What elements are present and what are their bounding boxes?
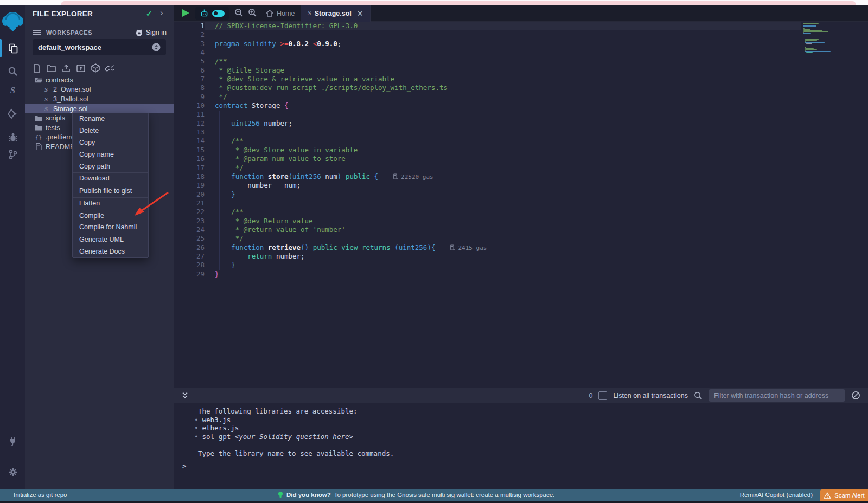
- file-type-icon: S: [42, 96, 50, 102]
- code-line-5: /**: [215, 57, 487, 66]
- code-line-23: * @dev Return value: [215, 217, 487, 225]
- code-line-26: function retrieve() public view returns …: [215, 243, 487, 252]
- code-line-16: * @param num value to store: [215, 154, 487, 163]
- file-name-label: scripts: [46, 114, 65, 122]
- file-explorer-toolbar: [32, 63, 114, 73]
- close-tab-icon[interactable]: ✕: [357, 9, 363, 18]
- sidebar-item-debugger[interactable]: [0, 127, 25, 147]
- deploy-run-icon: [7, 108, 18, 119]
- panel-check-icon[interactable]: ✓: [146, 9, 152, 18]
- line-number-gutter: 1234567891011121314151617181920212223242…: [174, 22, 205, 279]
- terminal-search-icon[interactable]: [694, 391, 703, 400]
- warning-icon: [824, 492, 831, 499]
- tab-storage-sol[interactable]: S Storage.sol ✕: [301, 5, 371, 22]
- code-content: // SPDX-License-Identifier: GPL-3.0 prag…: [215, 22, 487, 279]
- panel-chevron-icon[interactable]: ›: [160, 8, 163, 18]
- code-editor[interactable]: 1234567891011121314151617181920212223242…: [174, 22, 868, 388]
- context-menu-item-copy-name[interactable]: Copy name: [73, 149, 148, 161]
- sidebar-item-file-explorer[interactable]: [0, 38, 25, 58]
- solidity-file-icon: S: [308, 9, 311, 17]
- listen-all-label: Listen on all transactions: [613, 392, 688, 399]
- sidebar-item-plugin-manager[interactable]: [0, 431, 25, 450]
- clear-console-icon[interactable]: [851, 391, 860, 400]
- code-line-12: uint256 number;: [215, 119, 487, 128]
- file-name-label: Storage.sol: [53, 105, 87, 113]
- upload-folder-icon[interactable]: [76, 63, 85, 73]
- context-menu-item-copy[interactable]: Copy: [73, 137, 148, 149]
- git-init-button[interactable]: Initialize as git repo: [14, 492, 67, 498]
- context-menu-item-delete[interactable]: Delete: [73, 125, 148, 137]
- upload-file-icon[interactable]: [61, 63, 71, 73]
- file-tree-item-2-owner-sol[interactable]: S2_Owner.sol: [25, 85, 174, 95]
- code-line-21: [215, 199, 487, 208]
- folder-icon: [35, 125, 42, 131]
- select-caret-icon: [152, 43, 161, 51]
- terminal-line: ethers.js: [174, 424, 868, 433]
- code-line-2: [215, 30, 487, 39]
- copilot-status[interactable]: RemixAI Copilot (enabled): [740, 492, 813, 498]
- zoom-in-icon[interactable]: [248, 8, 257, 17]
- sign-in-button[interactable]: Sign in: [135, 29, 167, 36]
- tab-home-label: Home: [277, 10, 295, 17]
- sidebar-item-search[interactable]: [0, 61, 25, 81]
- terminal-link-web3-js[interactable]: web3.js: [202, 416, 231, 424]
- transaction-filter-input[interactable]: [709, 389, 845, 402]
- tip-title: Did you know?: [286, 492, 331, 498]
- context-menu-item-compile-for-nahmii[interactable]: Compile for Nahmii: [73, 222, 148, 234]
- remix-ide-window: S: [0, 0, 868, 503]
- terminal-expand-icon[interactable]: [181, 391, 189, 399]
- browser-tab-pill: [61, 1, 856, 5]
- run-script-button[interactable]: [182, 9, 189, 17]
- did-you-know-tip: Did you know? To prototype using the Gno…: [278, 491, 554, 499]
- robot-ai-icon[interactable]: [200, 9, 209, 18]
- sidebar-item-deploy-run[interactable]: [0, 104, 25, 124]
- code-line-6: * @title Storage: [215, 66, 487, 75]
- file-name-label: 3_Ballot.sol: [53, 95, 88, 103]
- zoom-out-icon[interactable]: [234, 8, 244, 17]
- code-line-22: /**: [215, 208, 487, 216]
- new-file-icon[interactable]: [32, 63, 41, 73]
- context-menu-item-rename[interactable]: Rename: [73, 113, 148, 125]
- code-line-27: return number;: [215, 252, 487, 261]
- minimap-border: [801, 22, 801, 388]
- workspaces-menu-icon[interactable]: [33, 29, 41, 36]
- code-line-24: * @return value of 'number': [215, 225, 487, 234]
- context-menu-item-generate-uml[interactable]: Generate UML: [73, 234, 148, 246]
- code-line-7: * @dev Store & retrieve value in a varia…: [215, 75, 487, 83]
- workspace-selected-value: default_workspace: [38, 43, 101, 51]
- file-name-label: 2_Owner.sol: [53, 86, 91, 93]
- remix-logo-icon[interactable]: [2, 9, 24, 33]
- browser-top-strip: [0, 0, 868, 5]
- tip-text: To prototype using the Gnosis safe multi…: [334, 492, 555, 498]
- code-line-1: // SPDX-License-Identifier: GPL-3.0: [215, 22, 487, 30]
- terminal-line: Type the library name to see available c…: [174, 449, 868, 458]
- context-menu-item-generate-docs[interactable]: Generate Docs: [73, 246, 148, 258]
- workspace-select[interactable]: default_workspace: [33, 39, 166, 55]
- terminal-output[interactable]: The following libraries are accessible:w…: [174, 403, 868, 489]
- file-explorer-icon: [8, 43, 18, 54]
- file-tree-item-3-ballot-sol[interactable]: S3_Ballot.sol: [25, 94, 174, 104]
- scam-alert-badge[interactable]: Scam Alert: [820, 489, 868, 501]
- sidebar-item-settings[interactable]: [0, 462, 25, 482]
- terminal-line: [174, 441, 868, 449]
- github-icon: [135, 29, 143, 36]
- listen-all-checkbox[interactable]: [598, 391, 607, 400]
- file-type-icon: S: [42, 106, 50, 112]
- cube-icon[interactable]: [91, 63, 100, 73]
- file-tree-item-contracts[interactable]: contracts: [25, 75, 174, 85]
- terminal-bar: 0 Listen on all transactions: [174, 388, 868, 403]
- new-folder-icon[interactable]: [47, 63, 56, 73]
- terminal-line: The following libraries are accessible:: [174, 407, 868, 416]
- context-menu-item-copy-path[interactable]: Copy path: [73, 161, 148, 173]
- link-icon[interactable]: [105, 63, 114, 73]
- file-type-icon: S: [42, 86, 50, 93]
- gear-icon: [8, 467, 18, 478]
- remixai-controls: [195, 7, 229, 20]
- sidebar-item-git[interactable]: [0, 145, 25, 164]
- sidebar-item-solidity-compiler[interactable]: S: [0, 81, 25, 100]
- file-tree-item-storage-sol[interactable]: SStorage.sol: [25, 104, 174, 114]
- copilot-toggle[interactable]: [212, 10, 225, 17]
- tab-home[interactable]: Home: [259, 5, 302, 22]
- terminal-link-ethers-js[interactable]: ethers.js: [202, 424, 239, 432]
- editor-tab-bar: Home S Storage.sol ✕: [174, 5, 868, 22]
